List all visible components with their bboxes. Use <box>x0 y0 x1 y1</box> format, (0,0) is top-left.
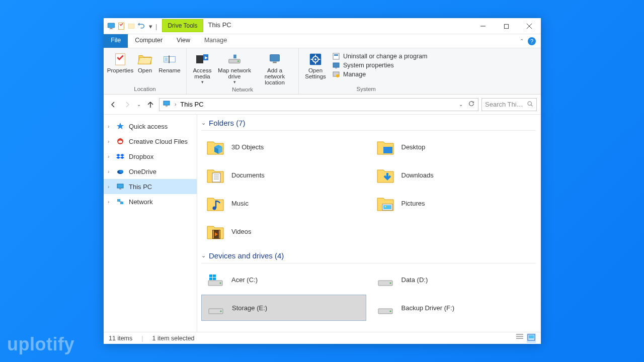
details-view-icon[interactable] <box>516 333 524 343</box>
qat-dropdown[interactable]: ▾ <box>147 23 154 30</box>
map-drive-icon <box>226 51 243 67</box>
address-bar-row: ⌄ › This PC ⌄ Search Thi… <box>104 95 541 115</box>
sidebar-item-dropbox[interactable]: › Dropbox <box>104 149 197 164</box>
open-button[interactable]: Open <box>134 50 156 74</box>
expand-icon[interactable]: › <box>108 184 112 190</box>
drive-e[interactable]: Storage (E:) <box>201 295 366 321</box>
quick-access-star-icon <box>116 122 125 131</box>
sidebar-item-this-pc[interactable]: › This PC <box>104 179 197 194</box>
minimize-button[interactable] <box>471 18 495 34</box>
svg-rect-19 <box>270 55 280 61</box>
folder-desktop[interactable]: Desktop <box>371 134 536 160</box>
collapse-ribbon-icon[interactable]: ⌃ <box>520 38 524 44</box>
body: › Quick access › Creative Cloud Files › … <box>104 115 541 332</box>
help-icon[interactable]: ? <box>528 37 536 45</box>
videos-folder-icon <box>205 221 225 241</box>
tab-file[interactable]: File <box>104 34 128 48</box>
svg-point-77 <box>220 311 222 312</box>
map-network-drive-button[interactable]: Map network drive ▾ <box>215 50 254 85</box>
dropdown-icon: ▾ <box>233 79 236 84</box>
up-button[interactable] <box>145 99 156 110</box>
search-icon <box>527 101 533 109</box>
chevron-right-icon[interactable]: › <box>175 102 176 107</box>
svg-point-23 <box>314 58 316 60</box>
svg-rect-20 <box>273 62 277 63</box>
manage-icon <box>332 70 340 78</box>
back-button[interactable] <box>108 99 119 110</box>
drive-c[interactable]: Acer (C:) <box>201 266 366 293</box>
this-pc-icon <box>163 100 171 109</box>
add-network-location-button[interactable]: Add a network location <box>254 50 295 86</box>
close-button[interactable] <box>518 18 541 34</box>
folder-pictures[interactable]: Pictures <box>371 190 536 216</box>
svg-marker-42 <box>120 154 124 156</box>
refresh-icon[interactable] <box>468 100 475 109</box>
sidebar-item-onedrive[interactable]: › OneDrive <box>104 164 197 179</box>
collapse-icon: ⌄ <box>201 252 206 259</box>
folder-music[interactable]: Music <box>201 190 366 216</box>
properties-button[interactable]: Properties <box>107 50 134 74</box>
open-settings-button[interactable]: Open Settings <box>302 50 329 80</box>
folder-3d-objects[interactable]: 3D Objects <box>201 134 366 160</box>
file-explorer-window: ▾ | Drive Tools This PC File Computer Vi… <box>104 18 541 344</box>
this-pc-icon[interactable] <box>107 22 116 31</box>
large-icons-view-icon[interactable] <box>527 333 536 343</box>
system-properties-link[interactable]: System properties <box>332 61 427 69</box>
this-pc-icon <box>116 182 125 191</box>
folder-videos[interactable]: Videos <box>201 218 366 244</box>
creative-cloud-icon <box>116 137 125 146</box>
access-media-button[interactable]: Access media ▾ <box>190 50 215 85</box>
svg-rect-31 <box>335 68 337 68</box>
expand-icon[interactable]: › <box>108 169 112 174</box>
navigation-pane: › Quick access › Creative Cloud Files › … <box>104 115 197 332</box>
tab-manage[interactable]: Manage <box>197 34 234 48</box>
onedrive-cloud-icon <box>116 167 125 176</box>
search-input[interactable]: Search Thi… <box>481 98 537 111</box>
status-bar: 11 items | 1 item selected <box>104 332 541 344</box>
svg-rect-1 <box>110 28 113 29</box>
forward-button[interactable] <box>122 99 133 110</box>
svg-rect-84 <box>529 335 534 338</box>
status-item-count: 11 items <box>109 335 132 342</box>
svg-marker-41 <box>116 154 120 156</box>
expand-icon[interactable]: › <box>108 199 112 205</box>
svg-marker-43 <box>116 156 120 159</box>
sidebar-item-label: Creative Cloud Files <box>129 138 188 145</box>
new-folder-icon[interactable] <box>127 22 136 31</box>
expand-icon[interactable]: › <box>108 154 112 159</box>
ribbon-group-network: Access media ▾ Map network drive ▾ Add a… <box>187 48 299 94</box>
manage-link[interactable]: Manage <box>332 70 427 78</box>
folder-documents[interactable]: Documents <box>201 162 366 188</box>
svg-rect-66 <box>219 230 220 238</box>
rename-button[interactable]: Rename <box>156 50 183 74</box>
drive-d[interactable]: Data (D:) <box>371 266 536 293</box>
sidebar-item-quick-access[interactable]: › Quick access <box>104 119 197 134</box>
tab-computer[interactable]: Computer <box>128 34 170 48</box>
properties-icon[interactable] <box>117 22 126 31</box>
svg-rect-47 <box>117 184 123 188</box>
address-bar[interactable]: › This PC ⌄ <box>159 98 478 111</box>
folder-downloads[interactable]: Downloads <box>371 162 536 188</box>
expand-icon[interactable]: › <box>108 124 112 129</box>
svg-rect-48 <box>119 189 121 190</box>
svg-rect-56 <box>212 173 220 182</box>
recent-dropdown[interactable]: ⌄ <box>136 99 142 110</box>
ribbon-group-location: Properties Open Rename Location <box>104 48 187 94</box>
sidebar-item-network[interactable]: › Network <box>104 194 197 209</box>
drive-tools-contextual-tab[interactable]: Drive Tools <box>162 19 203 32</box>
undo-icon[interactable] <box>137 22 146 31</box>
uninstall-program-link[interactable]: Uninstall or change a program <box>332 52 427 60</box>
tab-view[interactable]: View <box>170 34 197 48</box>
sidebar-item-creative-cloud[interactable]: › Creative Cloud Files <box>104 134 197 149</box>
settings-gear-icon <box>307 51 324 67</box>
collapse-icon: ⌄ <box>201 120 206 126</box>
expand-icon[interactable]: › <box>108 139 112 144</box>
group-header-folders[interactable]: ⌄ Folders (7) <box>201 118 536 131</box>
access-media-icon <box>194 51 210 67</box>
group-header-drives[interactable]: ⌄ Devices and drives (4) <box>201 250 536 263</box>
address-dropdown-icon[interactable]: ⌄ <box>459 102 463 107</box>
music-folder-icon <box>205 193 225 213</box>
drive-f[interactable]: Backup Driver (F:) <box>371 295 536 321</box>
svg-rect-28 <box>333 53 339 59</box>
maximize-button[interactable] <box>495 18 518 34</box>
